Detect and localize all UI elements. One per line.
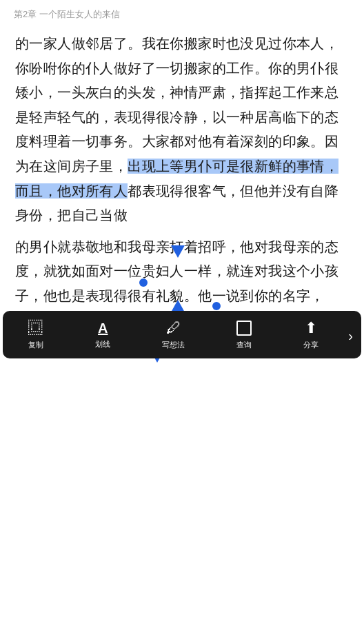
menu-item-lookup[interactable]: 查询 — [230, 318, 259, 354]
page-container: 第2章 一个陌生女人的来信 的一家人做邻居了。我在你搬家时也没见过你本人，你吩咐… — [0, 0, 364, 619]
menu-item-copy[interactable]: ⿴ 复制 — [21, 318, 50, 354]
content-text: 的一家人做邻居了。我在你搬家时也没见过你本人，你吩咐你的仆人做好了一切搬家的工作… — [15, 32, 349, 228]
menu-item-underline[interactable]: A 划线 — [88, 318, 117, 354]
handwrite-label: 写想法 — [162, 338, 185, 352]
selection-handle-right[interactable] — [212, 302, 221, 310]
content-area: 的一家人做邻居了。我在你搬家时也没见过你本人，你吩咐你的仆人做好了一切搬家的工作… — [0, 25, 364, 228]
selection-handle-left[interactable] — [139, 278, 148, 287]
copy-icon: ⿴ — [28, 321, 43, 336]
menu-more-button[interactable]: › — [344, 321, 361, 351]
underline-label: 划线 — [95, 338, 110, 351]
selection-arrow-top — [171, 245, 185, 258]
menu-items: ⿴ 复制 A 划线 🖊 写想法 查询 ⬆ 分享 — [3, 318, 344, 354]
lookup-icon — [236, 321, 252, 336]
chapter-title: 第2章 一个陌生女人的来信 — [14, 9, 120, 19]
menu-more-icon: › — [348, 324, 353, 348]
handwrite-icon: 🖊 — [166, 321, 181, 336]
selected-text: 出现上等男仆可是很新鲜的事情，而且，他对所有人 — [15, 159, 338, 199]
chapter-header: 第2章 一个陌生女人的来信 — [0, 0, 364, 25]
underline-icon: A — [98, 321, 108, 335]
share-icon: ⬆ — [305, 321, 317, 336]
menu-item-share[interactable]: ⬆ 分享 — [296, 318, 325, 354]
context-menu-toolbar: ⿴ 复制 A 划线 🖊 写想法 查询 ⬆ 分享 — [3, 311, 361, 358]
menu-item-handwrite[interactable]: 🖊 写想法 — [155, 318, 192, 354]
copy-label: 复制 — [28, 338, 43, 352]
share-label: 分享 — [303, 338, 318, 352]
lookup-label: 查询 — [236, 338, 252, 352]
